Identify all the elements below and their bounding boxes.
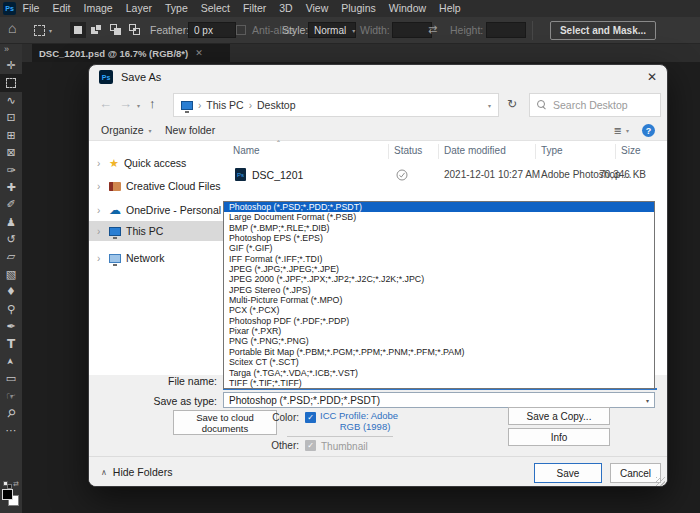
help-icon[interactable]: ?: [642, 124, 655, 137]
menu-type[interactable]: Type: [158, 0, 194, 17]
refresh-icon[interactable]: ↻: [507, 97, 517, 111]
save-as-type-select[interactable]: Photoshop (*.PSD;*.PDD;*.PSDT) ▾: [223, 392, 655, 408]
sidebar-item-network[interactable]: ›Network: [89, 248, 231, 268]
expander-icon[interactable]: ›: [97, 226, 104, 237]
eraser-tool[interactable]: ▱: [0, 248, 22, 265]
sidebar-item-quick-access[interactable]: ›★Quick access: [89, 153, 231, 173]
close-tab-icon[interactable]: ✕: [195, 48, 203, 58]
column-header-date-modified[interactable]: Date modified: [444, 145, 506, 156]
width-input[interactable]: [392, 22, 432, 38]
photoshop-logo-icon[interactable]: Ps: [3, 2, 16, 15]
home-icon[interactable]: ⌂: [8, 20, 16, 36]
path-selection-tool[interactable]: ➤: [0, 353, 22, 370]
organize-button[interactable]: Organize▾: [101, 124, 152, 136]
breadcrumb[interactable]: › This PC › Desktop ▾: [173, 93, 499, 117]
format-option[interactable]: Large Document Format (*.PSB): [224, 212, 654, 222]
brush-tool[interactable]: ✐: [0, 196, 22, 213]
format-option[interactable]: BMP (*.BMP;*.RLE;*.DIB): [224, 223, 654, 233]
column-header-status[interactable]: Status: [394, 145, 422, 156]
style-select[interactable]: Normal ▾: [308, 22, 356, 38]
cancel-button[interactable]: Cancel: [610, 463, 661, 483]
dodge-tool[interactable]: ⚲: [0, 300, 22, 317]
menu-help[interactable]: Help: [433, 0, 468, 17]
menu-image[interactable]: Image: [77, 0, 119, 17]
column-header-name[interactable]: Name: [233, 145, 260, 156]
edit-toolbar[interactable]: ⋯: [0, 422, 22, 439]
new-selection-button[interactable]: [70, 22, 86, 38]
gradient-tool[interactable]: ▧: [0, 266, 22, 283]
format-option[interactable]: Portable Bit Map (*.PBM;*.PGM;*.PPM;*.PN…: [224, 347, 654, 357]
sidebar-item-this-pc[interactable]: ›This PC: [89, 221, 231, 241]
pen-tool[interactable]: ✒: [0, 318, 22, 335]
save-button[interactable]: Save: [534, 463, 602, 483]
add-to-selection-button[interactable]: [89, 22, 105, 38]
foreground-color-swatch[interactable]: [2, 489, 13, 500]
column-header-size[interactable]: Size: [621, 145, 640, 156]
new-folder-button[interactable]: New folder: [165, 124, 215, 136]
zoom-tool[interactable]: ⚲: [0, 405, 22, 422]
menu-filter[interactable]: Filter: [236, 0, 272, 17]
format-option[interactable]: Photoshop (*.PSD;*.PDD;*.PSDT): [224, 202, 654, 212]
format-option[interactable]: Targa (*.TGA;*.VDA;*.ICB;*.VST): [224, 368, 654, 378]
close-dialog-icon[interactable]: ✕: [647, 70, 657, 84]
swap-dimensions-icon[interactable]: ⇄: [428, 23, 437, 36]
breadcrumb-this-pc[interactable]: This PC: [206, 99, 243, 111]
search-input[interactable]: Search Desktop: [529, 93, 661, 117]
format-option[interactable]: IFF Format (*.IFF;*.TDI): [224, 254, 654, 264]
save-a-copy-button[interactable]: Save a Copy...: [508, 407, 610, 425]
menu-select[interactable]: Select: [194, 0, 236, 17]
column-header-type[interactable]: Type: [541, 145, 563, 156]
anti-alias-checkbox[interactable]: [236, 25, 246, 35]
rectangular-marquee-tool[interactable]: [0, 74, 22, 91]
menu-file[interactable]: File: [16, 0, 46, 17]
format-option[interactable]: Scitex CT (*.SCT): [224, 357, 654, 367]
history-brush-tool[interactable]: ↺: [0, 231, 22, 248]
swap-colors-icon[interactable]: ⇄: [13, 480, 19, 488]
healing-brush-tool[interactable]: ✚: [0, 179, 22, 196]
eyedropper-tool[interactable]: ✑: [0, 161, 22, 178]
sidebar-item-creative-cloud-files[interactable]: ›Creative Cloud Files: [89, 176, 231, 196]
up-icon[interactable]: ↑: [149, 96, 156, 111]
format-option[interactable]: PCX (*.PCX): [224, 305, 654, 315]
menu-view[interactable]: View: [299, 0, 335, 17]
menu-3d[interactable]: 3D: [273, 0, 299, 17]
address-chevron-icon[interactable]: ▾: [488, 102, 491, 109]
intersect-selection-button[interactable]: [127, 22, 143, 38]
icc-profile-checkbox[interactable]: ✓: [305, 412, 316, 423]
feather-input[interactable]: [188, 22, 236, 38]
tool-preset-dropdown[interactable]: ▾: [34, 22, 62, 39]
format-option[interactable]: TIFF (*.TIF;*.TIFF): [224, 378, 654, 388]
document-tab[interactable]: DSC_1201.psd @ 16.7% (RGB/8*) ✕: [32, 44, 230, 62]
crop-tool[interactable]: ⊞: [0, 127, 22, 144]
frame-tool[interactable]: ⊠: [0, 144, 22, 161]
menu-plugins[interactable]: Plugins: [335, 0, 382, 17]
hand-tool[interactable]: ☞: [0, 387, 22, 404]
menu-window[interactable]: Window: [382, 0, 432, 17]
view-mode-button[interactable]: ≣ ▾: [614, 125, 629, 136]
format-option[interactable]: JPEG (*.JPG;*.JPEG;*.JPE): [224, 264, 654, 274]
forward-icon[interactable]: →: [119, 96, 132, 111]
breadcrumb-desktop[interactable]: Desktop: [257, 99, 296, 111]
format-option[interactable]: Pixar (*.PXR): [224, 326, 654, 336]
rectangle-tool[interactable]: ▭: [0, 370, 22, 387]
history-chevron-icon[interactable]: ▾: [137, 102, 140, 109]
clone-stamp-tool[interactable]: ♟: [0, 214, 22, 231]
format-option[interactable]: GIF (*.GIF): [224, 243, 654, 253]
expander-icon[interactable]: ›: [97, 181, 104, 192]
resize-grip[interactable]: [656, 477, 665, 486]
menu-edit[interactable]: Edit: [46, 0, 77, 17]
blur-tool[interactable]: ♦: [0, 283, 22, 300]
expander-icon[interactable]: ›: [97, 158, 104, 169]
move-tool[interactable]: ✛: [0, 57, 22, 74]
height-input[interactable]: [486, 22, 526, 38]
color-swatches[interactable]: ⇄: [0, 481, 22, 511]
hide-folders-button[interactable]: ∧ Hide Folders: [101, 466, 172, 478]
type-tool[interactable]: T: [0, 335, 22, 352]
format-option[interactable]: PNG (*.PNG;*.PNG): [224, 336, 654, 346]
format-option[interactable]: JPEG Stereo (*.JPS): [224, 285, 654, 295]
back-icon[interactable]: ←: [99, 96, 112, 111]
expander-icon[interactable]: ›: [97, 253, 104, 264]
icc-profile-label[interactable]: ICC Profile: Adobe RGB (1998): [320, 410, 410, 432]
format-option[interactable]: Photoshop PDF (*.PDF;*.PDP): [224, 316, 654, 326]
format-option[interactable]: Photoshop EPS (*.EPS): [224, 233, 654, 243]
